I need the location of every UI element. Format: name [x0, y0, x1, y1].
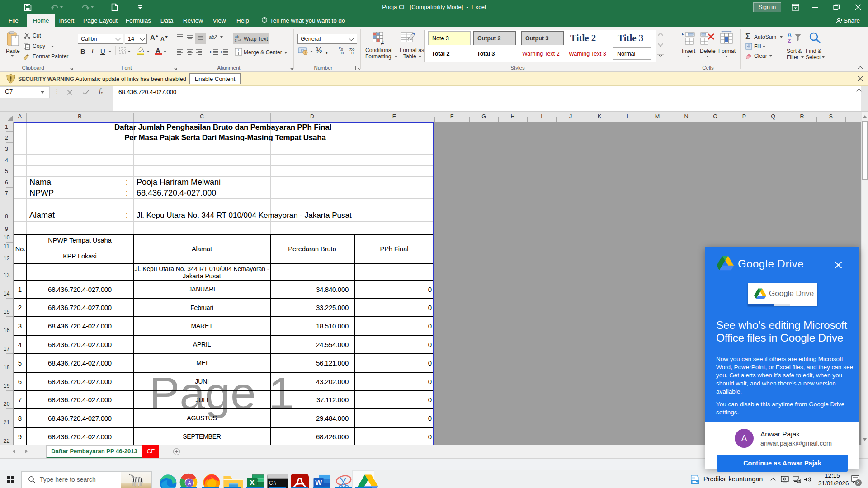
svg-text:A: A — [788, 32, 792, 38]
svg-text:≠: ≠ — [381, 39, 384, 45]
svg-text:C:\: C:\ — [269, 480, 276, 486]
svg-text:.00: .00 — [339, 51, 344, 55]
svg-text:Z: Z — [788, 38, 791, 44]
svg-text:c: c — [235, 38, 237, 42]
svg-text:ab: ab — [209, 34, 214, 40]
svg-text:X: X — [250, 479, 255, 487]
svg-text:.0: .0 — [350, 51, 354, 55]
svg-text:W: W — [315, 479, 322, 487]
svg-text:A: A — [188, 480, 191, 487]
